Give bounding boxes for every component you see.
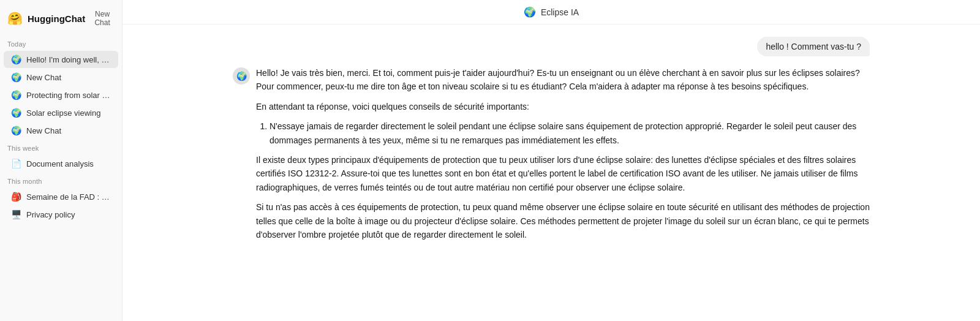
sidebar-item-chat7[interactable]: 🎒 Semaine de la FAD : exemple <box>4 188 118 205</box>
sidebar-item-chat2[interactable]: 🌍 New Chat <box>4 69 118 86</box>
chat-icon-3: 🌍 <box>11 90 21 100</box>
sidebar-item-chat3[interactable]: 🌍 Protecting from solar eclipses <box>4 86 118 104</box>
assistant-para-1: Hello! Je vais très bien, merci. Et toi,… <box>256 66 870 94</box>
sidebar-item-chat6[interactable]: 📄 Document analysis <box>4 155 118 172</box>
chat-item-label-5: New Chat <box>26 126 111 135</box>
assistant-content: Hello! Je vais très bien, merci. Et toi,… <box>256 66 870 247</box>
sidebar-sections: Today 🌍 Hello! I'm doing well, thanks fo… <box>0 36 122 224</box>
chat-item-label-7: Semaine de la FAD : exemple <box>26 192 111 202</box>
section-label-today: Today <box>0 36 122 50</box>
chat-item-label-6: Document analysis <box>26 159 111 168</box>
chat-icon-2: 🌍 <box>11 72 21 82</box>
assistant-message: 🌍 Hello! Je vais très bien, merci. Et to… <box>233 66 870 247</box>
main-panel: 🌍 Eclipse IA hello ! Comment vas-tu ? 🌍 … <box>123 0 980 321</box>
chat-item-label-4: Solar eclipse viewing <box>26 108 111 118</box>
sidebar-item-chat4[interactable]: 🌍 Solar eclipse viewing <box>4 104 118 121</box>
sidebar-item-chat8[interactable]: 🖥️ Privacy policy <box>4 206 118 223</box>
section-label-week: This week <box>0 140 122 154</box>
chat-icon-1: 🌍 <box>11 55 21 64</box>
sidebar-item-chat5[interactable]: 🌍 New Chat <box>4 122 118 139</box>
user-bubble: hello ! Comment vas-tu ? <box>757 37 870 56</box>
chat-item-label-8: Privacy policy <box>26 210 111 219</box>
user-message: hello ! Comment vas-tu ? <box>233 37 870 56</box>
sidebar: 🤗 HuggingChat New Chat Today 🌍 Hello! I'… <box>0 0 123 321</box>
chat-icon-4: 🌍 <box>11 108 21 118</box>
assistant-para-2: En attendant ta réponse, voici quelques … <box>256 100 870 113</box>
chat-icon-5: 🌍 <box>11 126 21 135</box>
assistant-list: N'essaye jamais de regarder directement … <box>256 119 870 147</box>
list-item-1: N'essaye jamais de regarder directement … <box>270 119 870 147</box>
assistant-para-3: Il existe deux types principaux d'équipe… <box>256 153 870 194</box>
sidebar-item-chat1[interactable]: 🌍 Hello! I'm doing well, thanks for... <box>4 51 118 68</box>
chat-item-label-1: Hello! I'm doing well, thanks for... <box>26 55 111 64</box>
chat-body: hello ! Comment vas-tu ? 🌍 Hello! Je vai… <box>123 25 980 321</box>
section-label-month: This month <box>0 173 122 187</box>
assistant-avatar: 🌍 <box>233 67 250 85</box>
app-logo-icon: 🤗 <box>7 11 23 26</box>
model-icon: 🌍 <box>524 6 536 18</box>
model-name: Eclipse IA <box>541 7 579 17</box>
chat-icon-8: 🖥️ <box>11 210 21 219</box>
chat-icon-7: 🎒 <box>11 192 21 202</box>
chat-icon-6: 📄 <box>11 159 21 168</box>
new-chat-button[interactable]: New Chat <box>90 9 115 28</box>
chat-header: 🌍 Eclipse IA <box>123 0 980 25</box>
chat-item-label-2: New Chat <box>26 73 111 82</box>
sidebar-header: 🤗 HuggingChat New Chat <box>0 6 122 36</box>
chat-item-label-3: Protecting from solar eclipses <box>26 91 111 100</box>
app-title: HuggingChat <box>28 13 85 24</box>
assistant-para-4: Si tu n'as pas accès à ces équipements d… <box>256 200 870 241</box>
